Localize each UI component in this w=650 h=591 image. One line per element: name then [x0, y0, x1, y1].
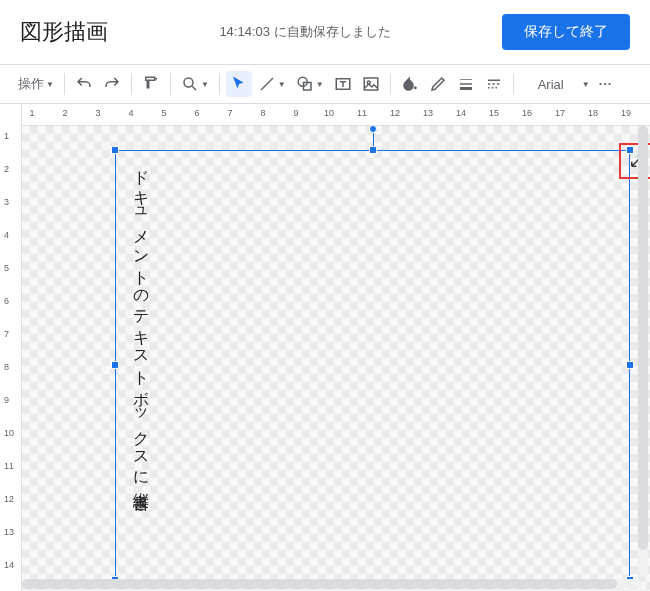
image-tool[interactable]: [358, 71, 384, 97]
border-dash-button[interactable]: [481, 71, 507, 97]
separator: [513, 73, 514, 95]
line-tool[interactable]: ▼: [254, 71, 290, 97]
rotation-line: [373, 131, 374, 147]
separator: [390, 73, 391, 95]
undo-button[interactable]: [71, 71, 97, 97]
textbox-tool[interactable]: [330, 71, 356, 97]
select-tool[interactable]: [226, 71, 252, 97]
rotation-handle[interactable]: [369, 126, 377, 133]
zoom-button[interactable]: ▼: [177, 71, 213, 97]
svg-point-6: [413, 86, 416, 89]
resize-handle-ml[interactable]: [111, 361, 119, 369]
vertical-text-content[interactable]: ドキュメントのテキストボックスに縦書き: [130, 159, 151, 504]
more-button[interactable]: [592, 71, 618, 97]
scrollbar-vertical[interactable]: [638, 126, 648, 577]
fill-color-button[interactable]: [397, 71, 423, 97]
actions-menu[interactable]: 操作▼: [14, 71, 58, 97]
workspace: 1234567891011121314 12345678910111213141…: [0, 104, 650, 591]
svg-point-8: [603, 83, 605, 85]
font-select[interactable]: Arial: [520, 71, 580, 97]
resize-handle-mr[interactable]: [626, 361, 634, 369]
resize-handle-tl[interactable]: [111, 146, 119, 154]
ruler-vertical: 1234567891011121314: [0, 104, 22, 591]
separator: [170, 73, 171, 95]
selected-textbox[interactable]: ドキュメントのテキストボックスに縦書き: [115, 150, 630, 580]
separator: [219, 73, 220, 95]
save-close-button[interactable]: 保存して終了: [502, 14, 630, 50]
ruler-horizontal: 12345678910111213141516171819: [22, 104, 650, 126]
resize-handle-mt[interactable]: [369, 146, 377, 154]
svg-point-7: [599, 83, 601, 85]
svg-point-0: [184, 78, 193, 87]
scrollbar-horizontal[interactable]: [22, 579, 642, 589]
svg-rect-4: [364, 78, 378, 90]
shape-tool[interactable]: ▼: [292, 71, 328, 97]
paint-format-button[interactable]: [138, 71, 164, 97]
border-color-button[interactable]: [425, 71, 451, 97]
toolbar: 操作▼ ▼ ▼ ▼ Arial▼: [0, 64, 650, 104]
header: 図形描画 14:14:03 に自動保存しました 保存して終了: [0, 0, 650, 64]
separator: [64, 73, 65, 95]
svg-point-9: [608, 83, 610, 85]
separator: [131, 73, 132, 95]
canvas[interactable]: ドキュメントのテキストボックスに縦書き: [22, 126, 650, 591]
autosave-status: 14:14:03 に自動保存しました: [108, 23, 502, 41]
app-title: 図形描画: [20, 17, 108, 47]
border-weight-button[interactable]: [453, 71, 479, 97]
redo-button[interactable]: [99, 71, 125, 97]
